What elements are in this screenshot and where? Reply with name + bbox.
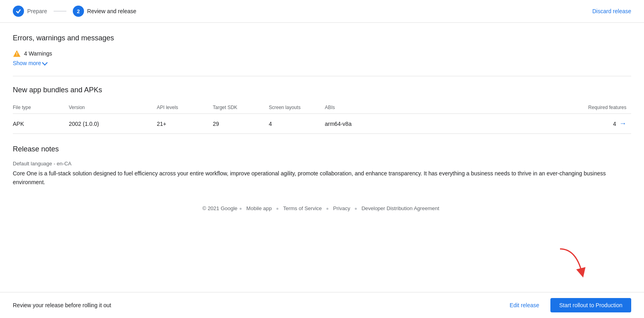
apk-section-title: New app bundles and APKs [13,86,631,94]
svg-text:!: ! [16,52,18,56]
apk-table-header: File type Version API levels Target SDK … [13,101,631,114]
show-more-button[interactable]: Show more [13,60,47,66]
warning-triangle-icon: ! [13,50,21,58]
errors-section: Errors, warnings and messages ! 4 Warnin… [13,34,631,66]
errors-section-title: Errors, warnings and messages [13,34,631,42]
footer-dot-1 [240,208,242,210]
release-notes-text: Core One is a full-stack solution design… [13,169,631,187]
table-row: APK 2002 (1.0.0) 21+ 29 4 arm64-v8a 4 → [13,114,631,134]
bottom-bar-actions: Edit release Start rollout to Production [505,298,631,312]
col-header-version: Version [69,101,157,114]
step-review-circle: 2 [73,6,84,17]
footer-link-privacy[interactable]: Privacy [333,205,350,211]
col-header-abi: ABIs [325,101,405,114]
discard-release-link[interactable]: Discard release [592,8,631,14]
required-features-arrow-icon[interactable]: → [619,119,626,128]
release-notes-section: Release notes Default language - en-CA C… [13,145,631,187]
footer-link-mobile[interactable]: Mobile app [246,205,272,211]
step-review-label: Review and release [87,8,136,14]
checkmark-icon [16,8,21,14]
stepper-bar: Prepare 2 Review and release Discard rel… [0,0,644,23]
stepper-steps: Prepare 2 Review and release [13,6,136,17]
step-prepare: Prepare [13,6,47,17]
cell-file-type: APK [13,114,69,134]
cell-screen-layouts: 4 [269,114,325,134]
footer-copyright: © 2021 Google [202,205,238,211]
step-connector [54,11,66,12]
chevron-down-icon [42,60,48,65]
cell-abis: arm64-v8a [325,114,405,134]
apk-table: File type Version API levels Target SDK … [13,101,631,134]
col-header-api: API levels [157,101,213,114]
footer-dot-3 [326,208,328,210]
footer-link-tos[interactable]: Terms of Service [283,205,322,211]
step-review-number: 2 [77,8,80,14]
show-more-label: Show more [13,60,41,66]
cell-required-features: 4 → [405,114,631,134]
release-language: Default language - en-CA [13,161,631,167]
cell-target-sdk: 29 [213,114,269,134]
release-notes-title: Release notes [13,145,631,153]
step-review: 2 Review and release [73,6,136,17]
warning-icon: ! [13,50,21,58]
cell-api-levels: 21+ [157,114,213,134]
footer-dot-4 [355,208,357,210]
warnings-count-text: 4 Warnings [24,50,52,57]
main-content: Errors, warnings and messages ! 4 Warnin… [0,23,644,292]
step-prepare-label: Prepare [27,8,47,14]
divider-1 [13,76,631,76]
col-header-screen: Screen layouts [269,101,325,114]
col-header-sdk: Target SDK [213,101,269,114]
col-header-required: Required features [405,101,631,114]
warnings-row: ! 4 Warnings [13,50,631,58]
start-rollout-button[interactable]: Start rollout to Production [550,298,631,312]
apk-table-body: APK 2002 (1.0.0) 21+ 29 4 arm64-v8a 4 → [13,114,631,134]
footer-dot-2 [276,208,278,210]
apk-section: New app bundles and APKs File type Versi… [13,86,631,134]
bottom-bar-hint: Review your release before rolling it ou… [13,302,111,308]
bottom-action-bar: Review your release before rolling it ou… [0,292,644,318]
col-header-file-type: File type [13,101,69,114]
edit-release-button[interactable]: Edit release [505,299,544,312]
footer-link-dda[interactable]: Developer Distribution Agreement [362,205,439,211]
cell-version: 2002 (1.0.0) [69,114,157,134]
step-prepare-circle [13,6,24,17]
footer-links: © 2021 Google Mobile app Terms of Servic… [13,198,631,216]
